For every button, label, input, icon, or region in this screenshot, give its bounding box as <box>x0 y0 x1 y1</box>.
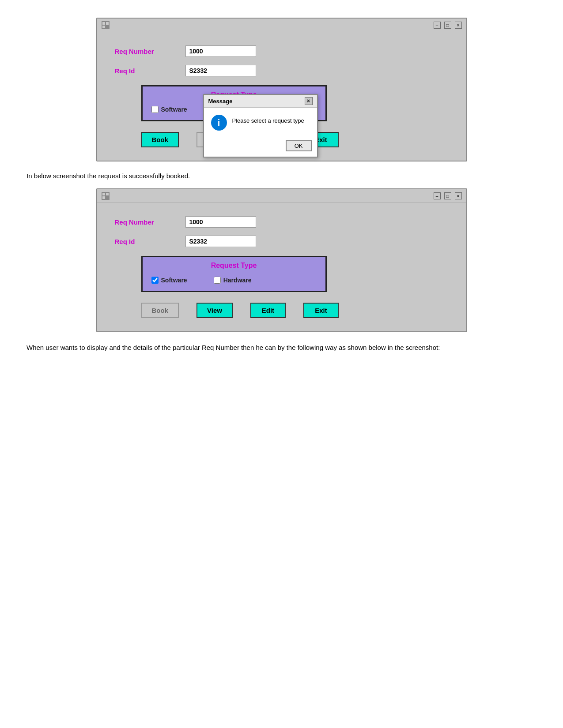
titlebar-2: – □ × <box>97 189 466 203</box>
minimize-button-2[interactable]: – <box>434 192 441 199</box>
req-number-input[interactable] <box>185 45 256 57</box>
button-row-2: Book View Edit Exit <box>115 303 449 318</box>
dialog-titlebar: Message × <box>204 95 317 108</box>
exit-button-2[interactable]: Exit <box>303 303 339 318</box>
between-windows-text: In below screenshot the request is succe… <box>26 172 537 180</box>
book-button-1[interactable]: Book <box>141 132 179 147</box>
app-icon <box>102 21 110 29</box>
book-button-2: Book <box>141 303 179 318</box>
dialog-info-icon: i <box>211 115 227 131</box>
svg-rect-1 <box>102 22 105 25</box>
window-1: – □ × Req Number Req Id Request Type Sof… <box>96 18 467 161</box>
software-option-1[interactable]: Software <box>151 106 187 113</box>
app-icon-2 <box>102 192 110 200</box>
request-type-title-2: Request Type <box>143 257 325 274</box>
window-body-1: Req Number Req Id Request Type Software … <box>97 32 466 161</box>
titlebar-1: – □ × <box>97 19 466 32</box>
req-id-label-2: Req Id <box>115 238 185 245</box>
req-number-input-2[interactable] <box>185 216 256 228</box>
svg-rect-7 <box>102 196 105 199</box>
req-number-row-2: Req Number <box>115 216 449 228</box>
window-controls-1: – □ × <box>434 22 462 29</box>
maximize-button-2[interactable]: □ <box>444 192 451 199</box>
close-button-1[interactable]: × <box>455 22 462 29</box>
software-label-1: Software <box>161 106 187 113</box>
minimize-button-1[interactable]: – <box>434 22 441 29</box>
close-button-2[interactable]: × <box>455 192 462 199</box>
req-id-input-2[interactable] <box>185 236 256 247</box>
req-id-row-2: Req Id <box>115 236 449 247</box>
dialog-ok-button[interactable]: OK <box>286 140 312 151</box>
software-checkbox-2[interactable] <box>151 277 159 284</box>
window-body-2: Req Number Req Id Request Type Software … <box>97 203 466 331</box>
dialog-close-button[interactable]: × <box>305 97 313 105</box>
edit-button-2[interactable]: Edit <box>250 303 286 318</box>
request-type-box-2: Request Type Software Hardware <box>141 256 327 292</box>
maximize-button-1[interactable]: □ <box>444 22 451 29</box>
dialog-body: i Please select a request type <box>204 108 317 138</box>
dialog-footer: OK <box>204 138 317 157</box>
hardware-checkbox-2[interactable] <box>214 277 221 284</box>
hardware-label-2: Hardware <box>223 277 252 284</box>
hardware-option-2[interactable]: Hardware <box>214 277 252 284</box>
req-number-label-2: Req Number <box>115 218 185 226</box>
svg-rect-2 <box>106 22 109 25</box>
req-id-row: Req Id <box>115 65 449 76</box>
req-id-input[interactable] <box>185 65 256 76</box>
dialog-message-text: Please select a request type <box>232 115 304 124</box>
view-button-2[interactable]: View <box>196 303 233 318</box>
req-id-label: Req Id <box>115 67 185 75</box>
dialog-title: Message <box>208 98 233 105</box>
request-type-options-2: Software Hardware <box>143 274 325 284</box>
software-option-2[interactable]: Software <box>151 277 187 284</box>
req-number-row: Req Number <box>115 45 449 57</box>
message-dialog: Message × i Please select a request type… <box>203 94 318 158</box>
bottom-text: When user wants to display and the detai… <box>26 343 537 353</box>
software-label-2: Software <box>161 277 187 284</box>
software-checkbox-1[interactable] <box>151 106 159 113</box>
svg-rect-5 <box>102 193 105 195</box>
window-controls-2: – □ × <box>434 192 462 199</box>
req-number-label: Req Number <box>115 48 185 55</box>
svg-rect-3 <box>102 26 105 28</box>
svg-rect-6 <box>106 193 109 195</box>
window-2: – □ × Req Number Req Id Request Type Sof… <box>96 188 467 332</box>
